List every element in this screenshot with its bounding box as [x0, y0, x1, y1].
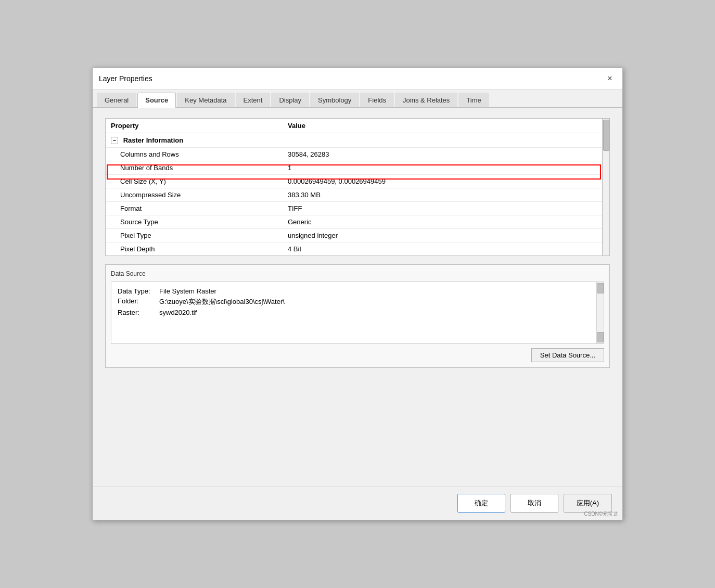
- tab-general[interactable]: General: [97, 93, 136, 107]
- property-table-wrapper: Property Value − Raster Information: [105, 118, 610, 256]
- property-table: Property Value − Raster Information: [106, 119, 609, 255]
- property-cell: Columns and Rows: [106, 148, 283, 161]
- ds-scrollbar-thumb-bottom[interactable]: [597, 332, 604, 342]
- raster-info-section-header: − Raster Information: [106, 133, 609, 148]
- ds-key-folder: Folder:: [118, 297, 159, 306]
- section-label: Raster Information: [123, 136, 184, 144]
- value-cell: TIFF: [283, 202, 599, 215]
- title-bar: Layer Properties ×: [93, 68, 622, 90]
- cell-size-row: Cell Size (X, Y) 0.00026949459, 0.000269…: [106, 175, 609, 188]
- section-header-cell: − Raster Information: [106, 133, 599, 148]
- table-row: Format TIFF: [106, 202, 609, 215]
- set-data-source-button[interactable]: Set Data Source...: [531, 348, 604, 362]
- table-row: Pixel Depth 4 Bit: [106, 242, 609, 256]
- cancel-button[interactable]: 取消: [510, 494, 558, 513]
- table-scrollbar[interactable]: [602, 119, 609, 255]
- tab-joins-relates[interactable]: Joins & Relates: [395, 93, 457, 107]
- tab-symbology[interactable]: Symbology: [310, 93, 359, 107]
- watermark: CSDN©元宝龙: [584, 510, 618, 518]
- value-cell: unsigned integer: [283, 229, 599, 242]
- property-cell: Cell Size (X, Y): [106, 175, 283, 188]
- tab-source[interactable]: Source: [137, 93, 176, 108]
- tab-fields[interactable]: Fields: [360, 93, 394, 107]
- property-cell: Pixel Depth: [106, 242, 283, 256]
- table-row: Pixel Type unsigned integer: [106, 229, 609, 242]
- value-cell: 383.30 MB: [283, 188, 599, 202]
- data-source-inner: Data Type: File System Raster Folder: G:…: [111, 282, 604, 344]
- value-cell: 1: [283, 161, 599, 175]
- value-column-header: Value: [283, 119, 599, 133]
- set-data-source-row: Set Data Source...: [111, 348, 604, 362]
- tab-display[interactable]: Display: [271, 93, 309, 107]
- tab-key-metadata[interactable]: Key Metadata: [177, 93, 234, 107]
- property-cell: Uncompressed Size: [106, 188, 283, 202]
- ds-val-folder: G:\zuoye\实验数据\sci\global30\csj\Water\: [159, 297, 285, 306]
- value-cell: 4 Bit: [283, 242, 599, 256]
- tab-bar: General Source Key Metadata Extent Displ…: [93, 90, 622, 108]
- tab-time[interactable]: Time: [458, 93, 489, 107]
- ds-row-type: Data Type: File System Raster: [118, 287, 597, 295]
- table-row: Columns and Rows 30584, 26283: [106, 148, 609, 161]
- value-cell: Generic: [283, 215, 599, 229]
- table-row: Source Type Generic: [106, 215, 609, 229]
- property-cell: Number of Bands: [106, 161, 283, 175]
- data-source-section: Data Source Data Type: File System Raste…: [105, 264, 610, 368]
- value-cell: 30584, 26283: [283, 148, 599, 161]
- ds-val-raster: sywd2020.tif: [159, 309, 197, 316]
- value-cell: 0.00026949459, 0.00026949459: [283, 175, 599, 188]
- ds-scrollbar[interactable]: [596, 282, 604, 343]
- tab-extent[interactable]: Extent: [236, 93, 271, 107]
- scrollbar-thumb[interactable]: [603, 120, 609, 151]
- table-row: Number of Bands 1: [106, 161, 609, 175]
- property-cell: Format: [106, 202, 283, 215]
- apply-button[interactable]: 应用(A): [564, 494, 612, 513]
- table-row: Uncompressed Size 383.30 MB: [106, 188, 609, 202]
- content-area: Property Value − Raster Information: [93, 108, 622, 486]
- close-button[interactable]: ×: [604, 72, 616, 85]
- ds-key-raster: Raster:: [118, 309, 159, 316]
- property-column-header: Property: [106, 119, 283, 133]
- confirm-button[interactable]: 确定: [457, 494, 505, 513]
- layer-properties-dialog: Layer Properties × General Source Key Me…: [92, 68, 623, 520]
- ds-scrollbar-thumb-top[interactable]: [597, 283, 604, 293]
- ds-row-raster: Raster: sywd2020.tif: [118, 309, 597, 316]
- ds-row-folder: Folder: G:\zuoye\实验数据\sci\global30\csj\W…: [118, 297, 597, 306]
- bottom-bar: 确定 取消 应用(A): [93, 486, 622, 520]
- data-source-label: Data Source: [111, 270, 604, 277]
- property-cell: Pixel Type: [106, 229, 283, 242]
- table-header-row: Property Value: [106, 119, 609, 133]
- property-cell: Source Type: [106, 215, 283, 229]
- ds-val-type: File System Raster: [159, 287, 216, 295]
- dialog-title: Layer Properties: [99, 74, 152, 83]
- section-toggle[interactable]: −: [111, 137, 118, 144]
- ds-key-type: Data Type:: [118, 287, 159, 295]
